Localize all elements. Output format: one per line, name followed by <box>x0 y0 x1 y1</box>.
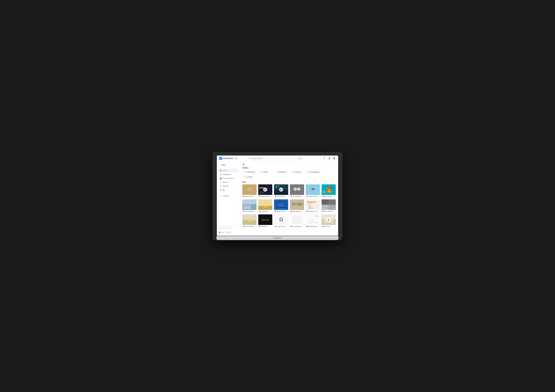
svg-point-48 <box>298 203 301 206</box>
logo-icon: IC <box>219 157 222 160</box>
svg-text:BRANDING: BRANDING <box>307 201 316 203</box>
file-card-intro-1080[interactable]: intro_1080_1920_60fp... <box>321 199 336 213</box>
content-area: 🏠 Folders 📁 dashboards 📁 ebooks <box>240 161 338 236</box>
file-type-dot-8 <box>275 211 276 212</box>
file-card-intro[interactable]: ▶ Intro.mp4 <box>321 214 336 228</box>
file-thumb-11 <box>321 200 336 210</box>
file-type-dot-13 <box>259 226 260 227</box>
folder-dashboards[interactable]: 📁 dashboards <box>242 170 257 174</box>
sidebar-footer: 👤 Invite ❓ Help <box>217 230 240 234</box>
svg-point-49 <box>300 203 303 205</box>
help-button[interactable]: ❓ <box>323 157 326 160</box>
file-thumb-17: ▶ <box>321 214 336 225</box>
app-title: Imocloud.io <box>223 157 233 159</box>
file-type-dot-15 <box>291 226 292 227</box>
file-card-company[interactable]: Company.docx <box>290 214 304 228</box>
file-card-pexels-nubikini[interactable]: pexels-nubikini-38602... <box>242 214 257 228</box>
folder-name-dashboards: dashboards <box>247 171 256 173</box>
file-thumb-8: DIGITAL MARKETING <box>274 200 288 210</box>
file-name-14: beauty-no-copyright-... <box>277 226 287 227</box>
sidebar-label-storage: Storage <box>223 195 229 197</box>
sidebar-item-shared[interactable]: 👥 Shared with me <box>218 176 239 180</box>
folder-marketing[interactable]: 📁 Marketing <box>274 170 288 174</box>
svg-text:●: ● <box>315 189 315 189</box>
file-thumb-9 <box>290 200 304 210</box>
folder-projects[interactable]: 📁 projects <box>242 175 257 179</box>
folder-icon-dashboards: 📁 <box>244 171 246 173</box>
folder-mockups[interactable]: 📁 mockups <box>290 170 304 174</box>
sidebar-item-home[interactable]: 🏠 Home <box>218 169 239 172</box>
file-name-16: Schulzeugnisse.pdf <box>308 226 319 227</box>
folder-name-ebooks: ebooks <box>263 171 268 173</box>
file-card-nubikini[interactable]: nubikini.jpg <box>258 199 273 213</box>
sidebar-item-dashboard[interactable]: 📊 Dashboard <box>218 172 239 176</box>
file-type-dot-9 <box>291 211 292 212</box>
file-info-4: sydney-troxell.jpg <box>306 195 320 198</box>
svg-point-66 <box>246 220 248 222</box>
svg-rect-85 <box>308 218 317 218</box>
file-type-dot-7 <box>259 211 260 212</box>
search-shortcut: ⌘+K <box>298 157 302 159</box>
file-card-beauty[interactable]: 🎧 beauty-no-copyright-... <box>274 214 288 228</box>
file-card-divinetechygirl[interactable]: divinetechygirl.jpg <box>242 199 257 213</box>
sidebar-item-storage[interactable]: ☁️ Storage <box>218 194 239 198</box>
file-card-digital-marketing[interactable]: 📋 digital-marketing.mp4 <box>242 184 257 198</box>
file-type-dot-12 <box>243 226 244 227</box>
beta-badge: Beta <box>234 157 238 159</box>
svg-point-38 <box>267 206 268 207</box>
new-button[interactable]: + New <box>219 163 238 167</box>
folder-name-marketing: Marketing <box>279 171 286 173</box>
svg-rect-90 <box>308 221 315 221</box>
file-info-15: Company.docx <box>290 225 304 228</box>
sidebar-item-starred[interactable]: ⭐ Starred <box>218 184 239 188</box>
header-actions: ❓ ⚙️ 👤 <box>323 157 336 160</box>
file-info-7: nubikini.jpg <box>258 210 272 213</box>
svg-rect-44 <box>279 208 284 209</box>
svg-text:●: ● <box>313 188 313 189</box>
home-icon: 🏠 <box>220 170 222 171</box>
folder-presentations[interactable]: 📁 presentations <box>305 170 321 174</box>
svg-text:→ IDENTITY: → IDENTITY <box>307 203 312 204</box>
svg-rect-59 <box>329 205 336 210</box>
user-button[interactable]: 👤 <box>332 157 336 160</box>
file-card-stock-project[interactable]: ▶ stock-project.mp4 <box>274 184 288 198</box>
settings-button[interactable]: ⚙️ <box>328 157 331 160</box>
file-card-branding-mockup[interactable]: BRANDING → IDENTITY → LOGO → DESIGN → ST… <box>306 199 320 213</box>
file-info-9: daily-weekly-monthly.j... <box>290 210 304 213</box>
file-card-daily-weekly[interactable]: daily-weekly-monthly.j... <box>290 199 304 213</box>
file-card-callus[interactable]: CALL US callUs.jpg <box>258 214 273 228</box>
folder-icon-ebooks: 📁 <box>260 171 263 173</box>
file-type-dot-11 <box>322 211 324 212</box>
file-info-16: Schulzeugnisse.pdf <box>306 225 320 228</box>
invite-link[interactable]: 👤 Invite <box>219 232 225 233</box>
svg-rect-87 <box>308 219 316 219</box>
file-name-4: sydney-troxell.jpg <box>308 195 319 197</box>
files-title: Files <box>242 181 336 183</box>
folder-ebooks[interactable]: 📁 ebooks <box>258 170 273 174</box>
file-type-dot-2 <box>275 196 276 197</box>
storage-info: 0.06 GB of 10 GB used <box>217 225 240 230</box>
svg-text:→ MARKETING: → MARKETING <box>307 208 313 209</box>
folder-icon-presentations: 📁 <box>307 171 309 173</box>
file-info-8: digital-marketing-moc... <box>274 210 288 213</box>
file-card-digital-marketing-moc[interactable]: DIGITAL MARKETING digital-marketing-moc.… <box>274 199 288 213</box>
file-info-12: pexels-nubikini-38602... <box>242 225 256 228</box>
file-card-sydney-troxell[interactable]: ❤ ● ● ● ● ● ● <box>306 184 320 198</box>
file-card-padrinan[interactable]: padrinan.jpg <box>321 184 336 198</box>
file-name-2: stock-project.mp4 <box>277 195 287 197</box>
folder-icon-projects: 📁 <box>244 176 246 178</box>
file-name-17: Intro.mp4 <box>324 226 330 227</box>
search-input[interactable] <box>248 157 303 160</box>
file-card-media-marketing[interactable]: MARK ▶ ▶ media-marketing.mp4 <box>258 184 273 198</box>
svg-rect-61 <box>321 205 329 210</box>
help-link[interactable]: ❓ Help <box>226 232 231 233</box>
file-card-timmossholder[interactable]: ♂ ♀ timmossholder.jpg <box>290 184 304 198</box>
file-thumb-14: 🎧 <box>274 214 288 225</box>
search-icon: 🔍 <box>250 157 252 159</box>
sidebar-item-recent[interactable]: 🕐 Recent <box>218 180 239 184</box>
sidebar-item-bin[interactable]: 🗑 Bin <box>218 188 239 192</box>
file-info-5: padrinan.jpg <box>321 195 336 198</box>
svg-rect-88 <box>308 220 315 220</box>
file-info-0: digital-marketing.mp4 <box>242 195 256 198</box>
file-card-schulzeugnisse[interactable]: T U <box>306 214 320 228</box>
